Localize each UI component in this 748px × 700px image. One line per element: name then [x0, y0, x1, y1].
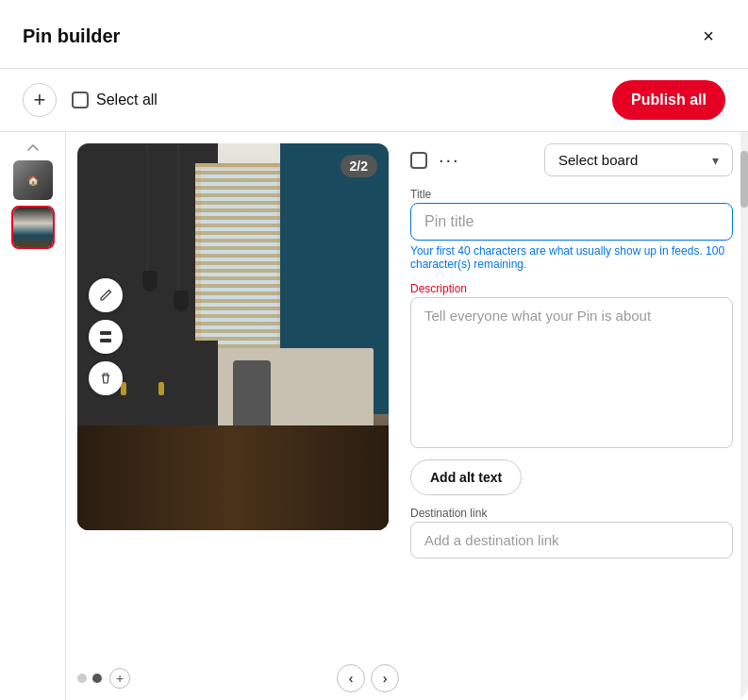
title-hint: Your first 40 characters are what usuall…: [410, 244, 733, 271]
destination-link-field-group: Destination link: [410, 507, 733, 558]
image-area: 2/2 + ‹ ›: [66, 132, 399, 700]
close-button[interactable]: ×: [691, 19, 725, 53]
description-label: Description: [410, 282, 733, 295]
pin-thumbnail-1[interactable]: 🏠: [11, 158, 55, 202]
select-all-label: Select all: [96, 92, 158, 108]
add-image-button[interactable]: +: [109, 668, 130, 689]
select-all-area[interactable]: Select all: [72, 92, 158, 108]
svg-rect-1: [100, 339, 111, 342]
svg-rect-0: [100, 331, 111, 335]
pin-list: 🏠: [0, 132, 66, 700]
toolbar: + Select all Publish all: [0, 69, 748, 132]
right-scrollbar[interactable]: [740, 132, 748, 700]
image-wrapper: 2/2: [77, 143, 399, 657]
dot-2: [92, 674, 102, 683]
destination-link-input[interactable]: [410, 522, 733, 558]
select-board-dropdown[interactable]: Select board ▾: [544, 143, 733, 176]
prev-image-button[interactable]: ‹: [337, 664, 365, 692]
title-field-group: Title Your first 40 characters are what …: [410, 188, 733, 271]
title-input[interactable]: [410, 203, 733, 241]
item-top-row: ··· Select board ▾: [410, 143, 733, 176]
pin-builder-modal: Pin builder × + Select all Publish all 🏠: [0, 0, 748, 700]
right-panel: ··· Select board ▾ Title Your first 40 c…: [399, 132, 748, 700]
scrollbar-thumb: [740, 151, 748, 208]
select-all-checkbox[interactable]: [72, 92, 89, 108]
pin-image: 2/2: [77, 143, 389, 530]
delete-icon-button[interactable]: [89, 361, 123, 395]
image-badge: 2/2: [341, 155, 377, 177]
edit-icon-button[interactable]: [89, 278, 123, 312]
image-icons: [89, 278, 123, 395]
chevron-down-icon: ▾: [712, 153, 719, 168]
image-navigation: + ‹ ›: [77, 664, 399, 700]
title-label: Title: [410, 188, 733, 201]
pin-thumbnail-2[interactable]: [11, 206, 55, 249]
destination-link-label: Destination link: [410, 507, 733, 520]
modal-title: Pin builder: [23, 25, 120, 47]
dot-1: [77, 674, 87, 683]
item-checkbox[interactable]: [410, 152, 427, 169]
description-field-group: Description: [410, 282, 733, 448]
next-image-button[interactable]: ›: [371, 664, 399, 692]
publish-all-button[interactable]: Publish all: [612, 80, 725, 120]
more-options-button[interactable]: ···: [435, 145, 464, 175]
kitchen-scene: [77, 143, 389, 530]
scroll-up-button[interactable]: [0, 140, 65, 155]
alt-text-button[interactable]: Add alt text: [410, 459, 522, 495]
main-content: 🏠: [0, 132, 748, 700]
description-input[interactable]: [410, 297, 733, 448]
modal-header: Pin builder ×: [0, 0, 748, 69]
move-icon-button[interactable]: [89, 320, 123, 354]
select-board-label: Select board: [558, 152, 638, 168]
add-pin-button[interactable]: +: [23, 83, 57, 117]
